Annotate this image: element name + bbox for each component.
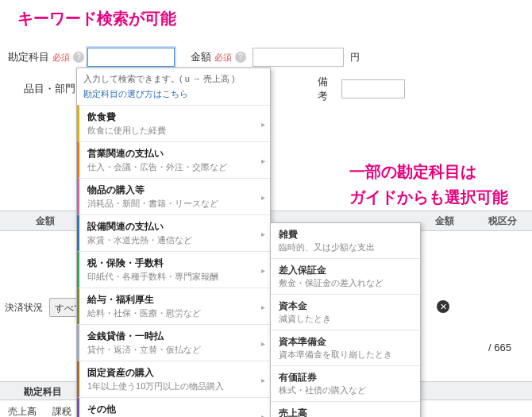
dropdown-item-title: その他 xyxy=(87,403,259,416)
dropdown-item-title: 営業関連の支払い xyxy=(87,147,259,160)
help-icon[interactable]: ? xyxy=(73,52,84,63)
dropdown-item-sub: 給料・社保・医療・慰労など xyxy=(87,307,259,319)
dropdown-item-sub: 消耗品・新聞・書籍・リースなど xyxy=(87,198,259,210)
amount-label: 金額 xyxy=(191,50,211,64)
submenu-item[interactable]: 雑費臨時的、又は少額な支出 xyxy=(271,223,420,258)
dropdown-item-sub: 印紙代・各種手数料・専門家報酬 xyxy=(87,271,259,283)
dropdown-item-sub: 1年以上使う10万円以上の物品購入 xyxy=(87,380,259,392)
dropdown-item-title: 税・保険・手数料 xyxy=(87,257,259,270)
dropdown-item-sub: 仕入・会議・広告・外注・交際など xyxy=(87,161,259,173)
record-count: / 665 xyxy=(488,342,511,353)
submenu-item-sub: 敷金・保証金の差入れなど xyxy=(279,277,412,289)
chevron-right-icon: ▸ xyxy=(261,119,265,128)
submenu-item-sub: 臨時的、又は少額な支出 xyxy=(279,241,412,253)
chevron-right-icon: ▸ xyxy=(261,265,265,274)
submenu-item-title: 雑費 xyxy=(279,228,412,241)
item-dept-label: 品目・部門 xyxy=(24,82,75,96)
bg-bottom-row: 売上高 課税 xyxy=(8,405,71,417)
annotation-guide-line2: ガイドからも選択可能 xyxy=(349,188,508,206)
account-submenu: 雑費臨時的、又は少額な支出差入保証金敷金・保証金の差入れなど資本金減資したとき資… xyxy=(270,222,421,417)
submenu-item-sub: 資本準備金を取り崩したとき xyxy=(279,349,412,361)
settle-label: 決済状況 xyxy=(5,301,43,315)
chevron-right-icon: ▸ xyxy=(261,192,265,201)
submenu-item[interactable]: 売上高売上の返金など xyxy=(271,401,420,417)
amount-input[interactable] xyxy=(253,48,344,67)
chevron-right-icon: ▸ xyxy=(261,156,265,164)
dropdown-item[interactable]: 飲食費飲食に使用した経費▸ xyxy=(77,105,270,141)
dropdown-item-sub: 家賃・水道光熱・通信など xyxy=(87,234,259,246)
required-badge-amount: 必須 xyxy=(214,52,232,64)
help-icon[interactable]: ? xyxy=(235,52,246,63)
annotation-guide: 一部の勘定科目は ガイドからも選択可能 xyxy=(349,159,508,210)
dropdown-item-title: 飲食費 xyxy=(87,110,259,124)
submenu-item-title: 資本金 xyxy=(279,299,412,313)
form-row-main: 勘定科目 必須 ? 金額 必須 ? 円 xyxy=(8,48,360,67)
col-amount-2: 金額 xyxy=(435,214,454,228)
chevron-right-icon: ▸ xyxy=(261,229,265,237)
dropdown-item[interactable]: 給与・福利厚生給料・社保・医療・慰労など▸ xyxy=(77,288,270,324)
dropdown-item-title: 物品の購入等 xyxy=(87,183,259,197)
submenu-item-sub: 株式・社債の購入など xyxy=(279,384,412,396)
submenu-item-title: 有価証券 xyxy=(279,371,412,384)
chevron-right-icon: ▸ xyxy=(261,302,265,311)
submenu-item[interactable]: 資本準備金資本準備金を取り崩したとき xyxy=(271,330,420,365)
dropdown-item[interactable]: 設備関連の支払い家賃・水道光熱・通信など▸ xyxy=(77,214,270,251)
dropdown-item[interactable]: その他いずれにもあてはまらないもの▸ xyxy=(77,397,270,417)
dropdown-item-title: 固定資産の購入 xyxy=(87,366,259,380)
account-label: 勘定科目 xyxy=(8,50,49,64)
memo-input[interactable] xyxy=(341,79,405,98)
dropdown-item-title: 設備関連の支払い xyxy=(87,220,259,234)
bottom-tax: 課税 xyxy=(52,405,71,417)
annotation-guide-line1: 一部の勘定科目は xyxy=(349,163,476,180)
annotation-keyword: キーワード検索が可能 xyxy=(17,8,176,29)
bottom-sales: 売上高 xyxy=(8,405,37,417)
submenu-item[interactable]: 差入保証金敷金・保証金の差入れなど xyxy=(271,258,420,294)
submenu-item-sub: 減資したとき xyxy=(279,313,412,325)
chevron-right-icon: ▸ xyxy=(261,375,265,384)
chevron-right-icon: ▸ xyxy=(261,338,265,347)
col-tax: 税区分 xyxy=(488,214,517,228)
account-input[interactable] xyxy=(87,48,175,67)
dropdown-howto-link[interactable]: 勘定科目の選び方はこちら xyxy=(77,88,270,105)
submenu-item-title: 売上高 xyxy=(279,407,412,417)
submenu-item-title: 資本準備金 xyxy=(279,335,412,349)
col-amount: 金額 xyxy=(36,214,55,228)
dropdown-item-title: 給与・福利厚生 xyxy=(87,293,259,307)
dropdown-item-sub: 飲食に使用した経費 xyxy=(87,125,259,137)
submenu-item[interactable]: 有価証券株式・社債の購入など xyxy=(271,365,420,401)
submenu-item[interactable]: 資本金減資したとき xyxy=(271,294,420,330)
submenu-item-title: 差入保証金 xyxy=(279,264,412,277)
dropdown-item[interactable]: 金銭貸借・一時払貸付・返済・立替・仮払など▸ xyxy=(77,324,270,361)
account-dropdown: 入力して検索できます。( u → 売上高 ) 勘定科目の選び方はこちら 飲食費飲… xyxy=(76,68,271,417)
dropdown-item[interactable]: 固定資産の購入1年以上使う10万円以上の物品購入▸ xyxy=(77,361,270,397)
dropdown-hint: 入力して検索できます。( u → 売上高 ) xyxy=(77,68,270,88)
chevron-right-icon: ▸ xyxy=(261,411,265,417)
dropdown-item-title: 金銭貸借・一時払 xyxy=(87,330,259,343)
dropdown-item[interactable]: 物品の購入等消耗品・新聞・書籍・リースなど▸ xyxy=(77,178,270,214)
dropdown-item[interactable]: 税・保険・手数料印紙代・各種手数料・専門家報酬▸ xyxy=(77,251,270,288)
clear-icon[interactable]: ✕ xyxy=(437,300,449,313)
yen-label: 円 xyxy=(350,51,360,64)
memo-label: 備考 xyxy=(318,75,328,103)
dropdown-item[interactable]: 営業関連の支払い仕入・会議・広告・外注・交際など▸ xyxy=(77,141,270,178)
footer-col-account: 勘定科目 xyxy=(24,382,62,401)
form-row-sub: 品目・部門 備考 xyxy=(24,82,75,96)
required-badge-account: 必須 xyxy=(52,52,70,64)
dropdown-item-sub: 貸付・返済・立替・仮払など xyxy=(87,344,259,356)
